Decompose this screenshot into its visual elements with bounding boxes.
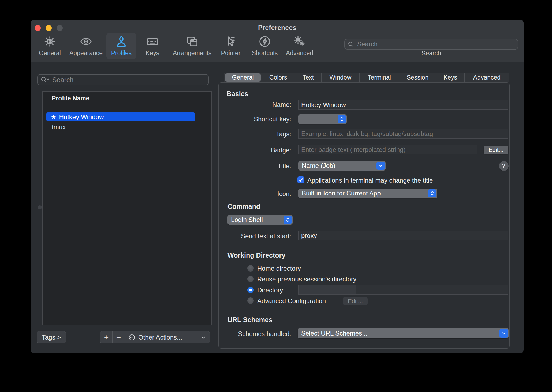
circle-ellipsis-icon: [128, 334, 136, 341]
cursor-icon: [224, 34, 237, 49]
toolbar-item-label: Keys: [146, 50, 159, 57]
toolbar-item-label: Advanced: [286, 50, 313, 57]
tab-general[interactable]: General: [224, 73, 262, 82]
toolbar-search-input[interactable]: [357, 40, 515, 48]
toolbar-item-label: General: [39, 50, 61, 57]
url-schemes-popup-value: Select URL Schemes...: [301, 330, 367, 337]
radio-directory-label: Directory:: [257, 287, 285, 294]
profile-row-hotkey-window[interactable]: ★ Hotkey Window: [46, 112, 195, 121]
gears-icon: [292, 34, 307, 49]
radio-reuse-previous[interactable]: [247, 276, 254, 282]
toolbar-item-keys[interactable]: Keys: [134, 34, 171, 59]
help-button[interactable]: ?: [499, 161, 509, 171]
toolbar-search-field[interactable]: [344, 39, 518, 50]
scrollbar-gutter: [202, 105, 202, 325]
profile-table: Profile Name ★ Hotkey Window tmux: [42, 91, 212, 325]
name-label: Name:: [192, 101, 291, 108]
name-field[interactable]: [298, 100, 508, 110]
scoped-search-icon: [40, 76, 50, 83]
windows-icon: [185, 34, 199, 49]
title-label: Title:: [192, 162, 291, 170]
toolbar-item-advanced[interactable]: Advanced: [281, 34, 318, 59]
gear-icon: [43, 34, 56, 49]
advanced-configuration-edit-button[interactable]: Edit...: [343, 297, 368, 305]
shortcut-key-label: Shortcut key:: [192, 115, 291, 123]
icon-popup-value: Built-in Icon for Current App: [302, 190, 381, 197]
question-mark-icon: ?: [502, 163, 506, 170]
star-icon: ★: [51, 113, 57, 121]
title-popup-value: Name (Job): [302, 162, 335, 169]
person-icon: [115, 34, 128, 49]
other-actions-label: Other Actions...: [138, 334, 182, 341]
profile-row-label: Hotkey Window: [59, 113, 104, 121]
badge-edit-label: Edit...: [488, 146, 503, 153]
toolbar-item-label: Profiles: [111, 50, 132, 57]
command-heading: Command: [227, 203, 260, 210]
command-popup[interactable]: Login Shell: [227, 215, 293, 225]
checkmark-icon: [299, 178, 303, 182]
radio-directory[interactable]: [247, 287, 254, 293]
title-popup[interactable]: Name (Job): [298, 161, 386, 171]
bolt-circle-icon: [258, 34, 271, 49]
tags-input[interactable]: [299, 130, 508, 138]
tab-advanced[interactable]: Advanced: [465, 73, 509, 82]
radio-home-directory-label: Home directory: [257, 265, 301, 272]
basics-heading: Basics: [227, 90, 248, 98]
add-profile-button[interactable]: +: [100, 331, 113, 343]
toolbar-item-label: Appearance: [69, 50, 103, 57]
working-directory-heading: Working Directory: [227, 251, 285, 259]
url-schemes-popup[interactable]: Select URL Schemes...: [298, 328, 509, 338]
profile-tab-bar: General Colors Text Window Terminal Sess…: [224, 73, 509, 82]
title-change-checkbox-label: Applications in terminal may change the …: [307, 177, 433, 184]
tab-colors[interactable]: Colors: [262, 73, 295, 82]
tab-window[interactable]: Window: [322, 73, 360, 82]
chevron-down-icon: [376, 162, 385, 170]
toolbar-item-label: Pointer: [221, 50, 241, 57]
shortcut-key-popup[interactable]: [298, 114, 347, 124]
directory-input[interactable]: [299, 286, 508, 293]
title-change-checkbox[interactable]: [297, 176, 304, 183]
profile-search-field[interactable]: [37, 74, 209, 85]
toolbar-item-label: Arrangements: [173, 50, 211, 57]
badge-field[interactable]: [298, 145, 477, 154]
profile-row-tmux[interactable]: tmux: [52, 123, 66, 131]
toolbar-item-general[interactable]: General: [31, 34, 69, 59]
stepper-chevrons-icon: [338, 115, 346, 123]
window-title: Preferences: [31, 24, 524, 32]
badge-input[interactable]: [299, 146, 477, 153]
minus-icon: −: [116, 333, 121, 342]
schemes-handled-label: Schemes handled:: [192, 330, 291, 338]
toolbar-item-appearance[interactable]: Appearance: [67, 34, 105, 59]
edit-button-label: Edit...: [348, 298, 363, 305]
profile-name-column-header: Profile Name: [52, 95, 89, 102]
badge-edit-button[interactable]: Edit...: [484, 146, 508, 154]
send-text-field[interactable]: [298, 231, 508, 240]
icon-popup[interactable]: Built-in Icon for Current App: [298, 189, 437, 198]
tab-terminal[interactable]: Terminal: [360, 73, 399, 82]
tab-keys[interactable]: Keys: [436, 73, 465, 82]
stepper-chevrons-icon: [284, 216, 292, 224]
tab-text[interactable]: Text: [295, 73, 322, 82]
tab-session[interactable]: Session: [399, 73, 436, 82]
stepper-chevrons-icon: [428, 189, 436, 197]
send-text-input[interactable]: [299, 232, 508, 239]
profile-search-input[interactable]: [52, 76, 206, 84]
search-icon: [348, 41, 354, 47]
eye-icon: [79, 34, 93, 49]
toolbar-search-caption: Search: [344, 50, 518, 57]
badge-label: Badge:: [192, 146, 291, 154]
tags-field[interactable]: [298, 129, 508, 139]
directory-field[interactable]: [298, 285, 508, 295]
radio-advanced-configuration[interactable]: [247, 297, 254, 304]
toolbar-item-pointer[interactable]: Pointer: [212, 34, 249, 59]
keyboard-icon: [146, 34, 159, 49]
radio-home-directory[interactable]: [247, 265, 254, 272]
profile-table-header[interactable]: Profile Name: [43, 92, 211, 105]
toolbar-item-arrangements[interactable]: Arrangements: [173, 34, 211, 59]
name-input[interactable]: [299, 101, 508, 109]
tags-button[interactable]: Tags >: [37, 331, 66, 343]
toolbar-item-shortcuts[interactable]: Shortcuts: [246, 34, 284, 59]
sidebar-splitter-handle[interactable]: [38, 205, 42, 209]
toolbar-item-label: Shortcuts: [252, 50, 278, 57]
remove-profile-button[interactable]: −: [113, 331, 125, 343]
